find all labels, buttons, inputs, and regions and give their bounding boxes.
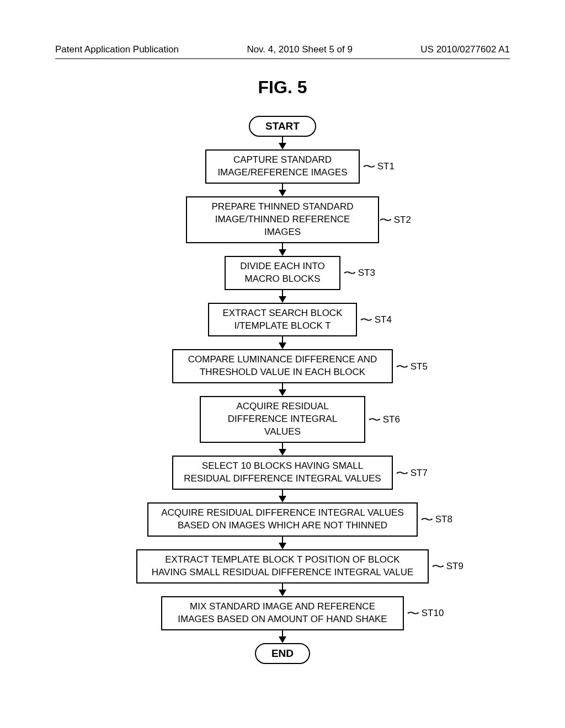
flow-arrow (279, 336, 286, 349)
flow-arrow (279, 584, 286, 596)
flow-step-row: CAPTURE STANDARDIMAGE/REFERENCE IMAGES〜 … (0, 149, 565, 184)
flow-process-st4: EXTRACT SEARCH BLOCKI/TEMPLATE BLOCK T (208, 303, 357, 337)
flow-arrow (279, 290, 286, 303)
flow-step-row: EXTRACT SEARCH BLOCKI/TEMPLATE BLOCK T〜 … (0, 303, 565, 337)
flow-step-row: PREPARE THINNED STANDARDIMAGE/THINNED RE… (0, 196, 565, 243)
flow-arrow (279, 184, 286, 196)
flow-step-label: 〜 ST2 (381, 213, 411, 226)
flow-step-label: 〜 ST6 (370, 413, 400, 426)
flow-step-row: COMPARE LUMINANCE DIFFERENCE ANDTHRESHOL… (0, 349, 565, 383)
flow-arrow (279, 490, 286, 502)
flow-process-st7: SELECT 10 BLOCKS HAVING SMALLRESIDUAL DI… (172, 456, 393, 490)
header-center: Nov. 4, 2010 Sheet 5 of 9 (247, 44, 353, 55)
header-left: Patent Application Publication (55, 44, 179, 55)
flow-step-label: 〜 ST5 (397, 360, 428, 373)
figure-title: FIG. 5 (0, 77, 565, 98)
flow-arrow (279, 443, 286, 456)
page-header: Patent Application Publication Nov. 4, 2… (0, 44, 565, 55)
flow-process-st9: EXTRACT TEMPLATE BLOCK T POSITION OF BLO… (136, 549, 429, 584)
header-right: US 2010/0277602 A1 (420, 44, 510, 55)
flow-process-st2: PREPARE THINNED STANDARDIMAGE/THINNED RE… (186, 196, 379, 243)
flow-step-label: 〜 ST7 (397, 467, 428, 479)
flow-step-label: 〜 ST9 (433, 560, 463, 572)
flow-step-row: MIX STANDARD IMAGE AND REFERENCEIMAGES B… (0, 596, 565, 630)
flow-process-st1: CAPTURE STANDARDIMAGE/REFERENCE IMAGES (205, 149, 360, 184)
flow-step-row: ACQUIRE RESIDUAL DIFFERENCE INTEGRAL VAL… (0, 502, 565, 537)
flow-step-label: 〜 ST3 (345, 266, 375, 279)
flowchart: STARTCAPTURE STANDARDIMAGE/REFERENCE IMA… (0, 116, 565, 664)
header-rule (55, 58, 510, 59)
flow-step-label: 〜 ST4 (361, 313, 392, 326)
flow-step-row: SELECT 10 BLOCKS HAVING SMALLRESIDUAL DI… (0, 456, 565, 490)
flow-end: END (255, 643, 310, 664)
flow-process-st5: COMPARE LUMINANCE DIFFERENCE ANDTHRESHOL… (172, 349, 393, 383)
flow-arrow (279, 243, 286, 256)
flow-step-label: 〜 ST10 (408, 607, 444, 619)
flow-step-label: 〜 ST8 (422, 513, 452, 526)
flow-step-row: DIVIDE EACH INTOMACRO BLOCKS〜 ST3 (0, 256, 565, 290)
flow-arrow (279, 630, 286, 643)
flow-process-st10: MIX STANDARD IMAGE AND REFERENCEIMAGES B… (161, 596, 404, 630)
flow-process-st8: ACQUIRE RESIDUAL DIFFERENCE INTEGRAL VAL… (147, 502, 418, 537)
flow-process-st3: DIVIDE EACH INTOMACRO BLOCKS (225, 256, 340, 290)
flow-step-label: 〜 ST1 (364, 160, 395, 173)
flow-process-st6: ACQUIRE RESIDUALDIFFERENCE INTEGRAL VALU… (200, 396, 365, 443)
flow-start: START (249, 116, 316, 137)
flow-step-row: ACQUIRE RESIDUALDIFFERENCE INTEGRAL VALU… (0, 396, 565, 443)
flow-arrow (279, 383, 286, 396)
flow-arrow (279, 137, 286, 149)
flow-step-row: EXTRACT TEMPLATE BLOCK T POSITION OF BLO… (0, 549, 565, 584)
flow-arrow (279, 537, 286, 549)
